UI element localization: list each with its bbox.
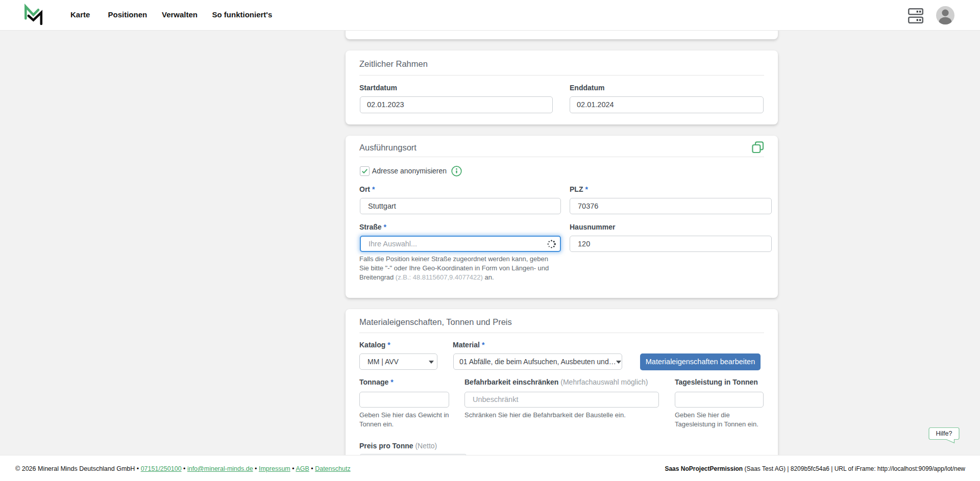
svg-text:Hilfe?: Hilfe? <box>936 430 952 437</box>
